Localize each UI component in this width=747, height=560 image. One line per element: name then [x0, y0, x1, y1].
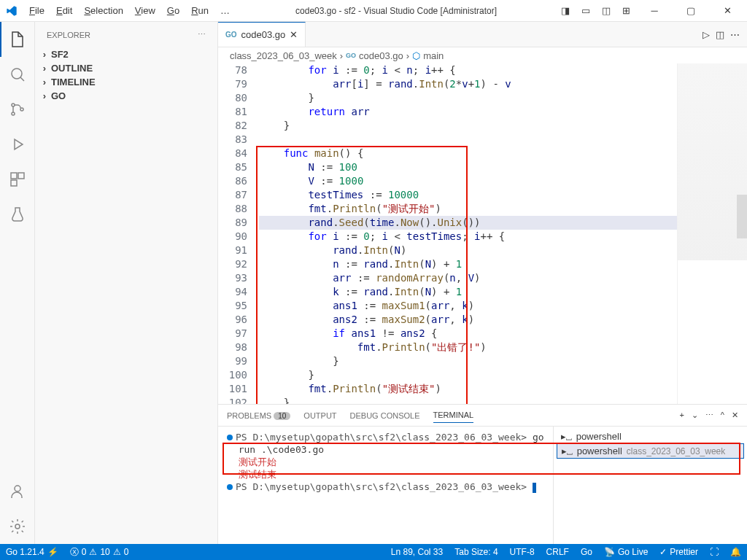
sidebar-icon[interactable]: ◫: [597, 2, 615, 19]
terminal-line: 测试结束: [227, 468, 544, 481]
chevron-right-icon: ›: [41, 49, 48, 60]
problems-status[interactable]: ⓧ 0 ⚠ 10 ⚠ 0: [64, 546, 135, 559]
sidebar-section-go[interactable]: ›GO: [35, 89, 217, 103]
titlebar: FileEditSelectionViewGoRun… code03.go - …: [0, 0, 747, 22]
search-icon[interactable]: [0, 57, 35, 92]
menu-file[interactable]: File: [23, 2, 50, 19]
svg-point-2: [12, 112, 15, 115]
menu-run[interactable]: Run: [185, 2, 214, 19]
terminal-dropdown-icon[interactable]: ⌄: [692, 411, 698, 420]
go-version[interactable]: Go 1.21.4 ⚡: [0, 547, 64, 557]
menu-view[interactable]: View: [129, 2, 161, 19]
statusbar: Go 1.21.4 ⚡ ⓧ 0 ⚠ 10 ⚠ 0 Ln 89, Col 33 T…: [0, 544, 747, 560]
feedback-icon[interactable]: ⛶: [704, 547, 724, 557]
minimize-button[interactable]: ─: [638, 0, 671, 22]
chevron-right-icon: ›: [41, 63, 48, 74]
split-editor-icon[interactable]: ◫: [716, 29, 724, 40]
go-file-icon: GO: [346, 52, 356, 59]
customize-icon[interactable]: ⊞: [618, 2, 635, 19]
maximize-panel-icon[interactable]: ^: [721, 411, 724, 420]
problems-tab[interactable]: PROBLEMS 10: [227, 408, 290, 423]
terminal-output[interactable]: PS D:\mysetup\gopath\src\sf2\class_2023_…: [218, 427, 553, 544]
new-terminal-icon[interactable]: +: [679, 411, 684, 420]
go-file-icon: GO: [225, 31, 237, 39]
terminal-icon: ▸⎵: [561, 431, 572, 442]
notifications-icon[interactable]: 🔔: [724, 547, 747, 557]
minimap[interactable]: [677, 63, 747, 404]
run-debug-icon[interactable]: [0, 127, 35, 162]
cursor-position[interactable]: Ln 89, Col 33: [385, 547, 449, 557]
encoding[interactable]: UTF-8: [504, 547, 541, 557]
symbol-icon: ⬡: [412, 50, 420, 61]
output-tab[interactable]: OUTPUT: [303, 408, 336, 423]
terminal-list-item[interactable]: ▸⎵ powershell: [557, 429, 744, 443]
activity-bar: [0, 22, 35, 544]
eol[interactable]: CRLF: [541, 547, 575, 557]
breadcrumb[interactable]: class_2023_06_03_week› GO code03.go› ⬡ m…: [218, 47, 747, 63]
panel-more-icon[interactable]: ⋯: [705, 411, 713, 420]
maximize-button[interactable]: ▢: [674, 0, 708, 22]
tab-label: code03.go: [241, 29, 286, 40]
code-editor[interactable]: 7879808182838485868788899091929394959697…: [218, 63, 677, 404]
chevron-right-icon: ›: [41, 90, 48, 101]
sidebar-more-icon[interactable]: ⋯: [198, 30, 206, 39]
settings-icon[interactable]: [0, 509, 35, 544]
menu-go[interactable]: Go: [161, 2, 185, 19]
testing-icon[interactable]: [0, 197, 35, 232]
layout-icon[interactable]: ◨: [557, 2, 574, 19]
account-icon[interactable]: [0, 474, 35, 509]
chevron-right-icon: ›: [41, 77, 48, 88]
close-button[interactable]: ✕: [711, 0, 744, 22]
minimap-slider[interactable]: [737, 195, 747, 238]
explorer-sidebar: EXPLORER ⋯ ›SF2›OUTLINE›TIMELINE›GO: [35, 22, 218, 544]
sidebar-section-outline[interactable]: ›OUTLINE: [35, 61, 217, 75]
window-title: code03.go - sf2 - Visual Studio Code [Ad…: [236, 6, 557, 16]
sidebar-section-timeline[interactable]: ›TIMELINE: [35, 75, 217, 89]
tab-code03[interactable]: GO code03.go ✕: [218, 22, 306, 47]
explorer-icon[interactable]: [0, 22, 35, 57]
panel-icon[interactable]: ▭: [577, 2, 595, 19]
svg-rect-6: [11, 180, 17, 186]
terminal-list: ▸⎵ powershell▸⎵ powershell class_2023_06…: [553, 427, 747, 544]
tab-size[interactable]: Tab Size: 4: [449, 547, 503, 557]
prettier[interactable]: ✓ Prettier: [654, 547, 704, 557]
terminal-tab[interactable]: TERMINAL: [433, 408, 474, 423]
terminal-line: PS D:\mysetup\gopath\src\sf2\class_2023_…: [227, 481, 544, 493]
editor-more-icon[interactable]: ⋯: [730, 29, 740, 40]
svg-rect-5: [18, 173, 24, 179]
terminal-icon: ▸⎵: [562, 446, 573, 456]
terminal-line: 测试开始: [227, 456, 544, 468]
svg-point-8: [15, 524, 20, 529]
menu-selection[interactable]: Selection: [78, 2, 128, 19]
run-icon[interactable]: ▷: [703, 29, 710, 40]
tab-close-icon[interactable]: ✕: [290, 29, 298, 40]
tab-bar: GO code03.go ✕ ▷ ◫ ⋯: [218, 22, 747, 47]
terminal-list-item[interactable]: ▸⎵ powershell class_2023_06_03_week: [557, 443, 744, 459]
debug-console-tab[interactable]: DEBUG CONSOLE: [350, 408, 420, 423]
svg-point-1: [12, 104, 15, 106]
source-control-icon[interactable]: [0, 92, 35, 127]
language-mode[interactable]: Go: [575, 547, 598, 557]
extensions-icon[interactable]: [0, 162, 35, 197]
svg-point-3: [20, 108, 23, 111]
svg-rect-4: [11, 173, 17, 179]
terminal-line: run .\code03.go: [227, 443, 544, 456]
sidebar-title: EXPLORER: [47, 31, 90, 39]
menu-…[interactable]: …: [214, 2, 236, 19]
vscode-logo-icon: [6, 5, 18, 17]
bottom-panel: PROBLEMS 10 OUTPUT DEBUG CONSOLE TERMINA…: [218, 404, 747, 544]
go-live[interactable]: 📡 Go Live: [598, 547, 654, 557]
svg-point-7: [15, 486, 20, 491]
sidebar-section-sf2[interactable]: ›SF2: [35, 47, 217, 61]
close-panel-icon[interactable]: ✕: [732, 411, 738, 420]
svg-point-0: [12, 69, 22, 79]
menu-edit[interactable]: Edit: [50, 2, 78, 19]
